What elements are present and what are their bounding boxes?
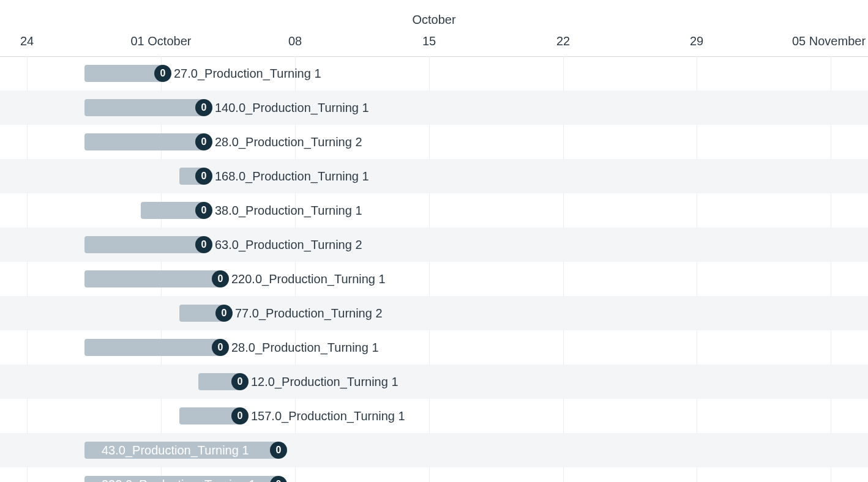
timeline-tick: 01 October [131,34,192,48]
gantt-progress-badge[interactable]: 0 [270,442,287,459]
gantt-progress-badge[interactable]: 0 [215,305,233,322]
timeline-header: 2401 October0815222905 November [0,34,868,57]
gantt-bar-label: 28.0_Production_Turning 1 [231,339,379,356]
gantt-progress-badge[interactable]: 0 [231,407,249,425]
gantt-bar[interactable] [84,236,204,253]
gantt-bar-label: 220.0_Production_Turning 1 [231,270,386,287]
gantt-row: 077.0_Production_Turning 2 [0,296,868,330]
gantt-progress-badge[interactable]: 0 [195,168,212,185]
timeline-tick: 08 [288,34,302,48]
gantt-row: 222.0_Production_Turning 10 [0,467,868,482]
gantt-progress-badge[interactable]: 0 [195,99,212,116]
timeline-tick: 15 [422,34,436,48]
timeline-tick: 24 [20,34,34,48]
gantt-bar-label: 222.0_Production_Turning 1 [84,478,256,483]
gantt-row: 027.0_Production_Turning 1 [0,56,868,91]
gantt-bar[interactable] [84,65,163,82]
gantt-row: 012.0_Production_Turning 1 [0,365,868,399]
gantt-progress-badge[interactable]: 0 [195,236,212,253]
gantt-progress-badge[interactable]: 0 [212,270,229,287]
gantt-bar-label: 140.0_Production_Turning 1 [215,99,369,116]
gantt-bar[interactable] [84,339,220,356]
gantt-bar-label: 77.0_Production_Turning 2 [235,305,383,322]
timeline-month-label: October [0,13,868,27]
gantt-row: 0140.0_Production_Turning 1 [0,91,868,125]
gantt-progress-badge[interactable]: 0 [154,65,171,82]
gantt-bar-label: 38.0_Production_Turning 1 [215,202,362,219]
gantt-bar[interactable] [84,133,204,150]
gantt-bar[interactable]: 222.0_Production_Turning 1 [84,476,279,482]
gantt-bar-label: 168.0_Production_Turning 1 [215,168,369,185]
gantt-bar-label: 63.0_Production_Turning 2 [215,236,362,253]
timeline-tick: 05 November [792,34,866,48]
gantt-row: 0168.0_Production_Turning 1 [0,159,868,193]
gantt-bar[interactable] [141,202,204,219]
gantt-row: 038.0_Production_Turning 1 [0,193,868,228]
gantt-row: 43.0_Production_Turning 10 [0,433,868,467]
gantt-bar-label: 27.0_Production_Turning 1 [174,65,321,82]
gantt-bar[interactable] [84,270,220,287]
gantt-row: 028.0_Production_Turning 1 [0,330,868,365]
gantt-progress-badge[interactable]: 0 [231,373,249,390]
gantt-progress-badge[interactable]: 0 [195,202,212,219]
gantt-bar[interactable]: 43.0_Production_Turning 1 [84,442,279,459]
gantt-bar[interactable] [84,99,204,116]
gantt-row: 0220.0_Production_Turning 1 [0,262,868,296]
gantt-row: 0157.0_Production_Turning 1 [0,399,868,433]
gantt-viewport: October 2401 October0815222905 November … [0,0,868,482]
gantt-bar-label: 157.0_Production_Turning 1 [251,407,405,425]
gantt-bar-label: 43.0_Production_Turning 1 [84,443,249,458]
gantt-progress-badge[interactable]: 0 [212,339,229,356]
gantt-body[interactable]: 027.0_Production_Turning 10140.0_Product… [0,56,868,482]
gantt-progress-badge[interactable]: 0 [195,133,212,150]
gantt-row: 063.0_Production_Turning 2 [0,228,868,262]
timeline-tick: 22 [556,34,570,48]
timeline-tick: 29 [690,34,703,48]
gantt-bar-label: 12.0_Production_Turning 1 [251,373,398,390]
gantt-bar-label: 28.0_Production_Turning 2 [215,133,362,150]
gantt-row: 028.0_Production_Turning 2 [0,125,868,159]
